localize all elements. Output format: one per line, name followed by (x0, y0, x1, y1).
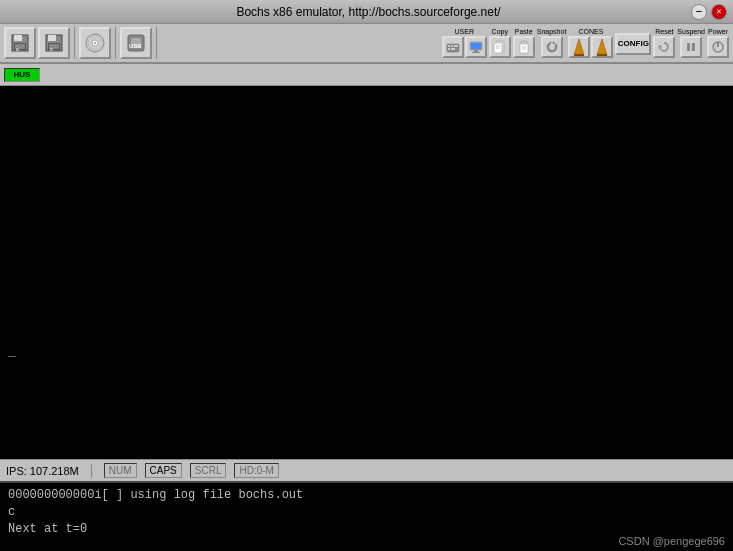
terminal-line1: 000000000000i[ ] using log file bochs.ou… (8, 487, 725, 504)
led-bar: HUS (0, 64, 733, 86)
svg-text:i: i (715, 45, 716, 51)
svg-rect-6 (48, 35, 56, 41)
svg-rect-41 (574, 54, 584, 56)
config-button[interactable]: CONFIG (615, 33, 651, 55)
power-button[interactable]: i (707, 36, 729, 58)
minimize-button[interactable]: — (691, 4, 707, 20)
snapshot-label: Snapshot (537, 28, 567, 35)
copy-button[interactable] (489, 36, 511, 58)
paste-group: Paste (513, 28, 535, 58)
svg-marker-42 (597, 39, 607, 55)
suspend-label: Suspend (677, 28, 705, 35)
titlebar-title: Bochs x86 emulator, http://bochs.sourcef… (46, 5, 691, 19)
csdn-watermark: CSDN @pengege696 (618, 535, 725, 547)
scrl-indicator: SCRL (190, 463, 227, 478)
caps-indicator: CAPS (145, 463, 182, 478)
copy-label: Copy (492, 28, 508, 35)
cones-group: CONES (568, 28, 613, 58)
reset-label: Reset (655, 28, 673, 35)
terminal-output: 000000000000i[ ] using log file bochs.ou… (0, 481, 733, 551)
svg-rect-1 (14, 35, 22, 41)
svg-rect-18 (448, 45, 450, 47)
user-monitor-btn[interactable] (465, 36, 487, 58)
toolbar: A: B: (0, 24, 733, 64)
hd-indicator: HD:0-M (234, 463, 278, 478)
user-icon-btn[interactable] (442, 36, 464, 58)
svg-rect-27 (472, 52, 480, 53)
toolbar-usb-group: USB (120, 27, 157, 59)
svg-text:USB: USB (129, 43, 142, 49)
suspend-button[interactable] (680, 36, 702, 58)
terminal-line2: c (8, 504, 725, 521)
config-group: CONFIG (615, 32, 651, 55)
svg-marker-40 (574, 39, 584, 55)
floppy-a-button[interactable]: A: (4, 27, 36, 59)
svg-rect-32 (520, 43, 528, 53)
svg-rect-25 (471, 43, 481, 49)
display-area[interactable]: _ (0, 86, 733, 459)
svg-point-12 (94, 42, 96, 44)
divider1 (91, 464, 92, 478)
paste-label: Paste (515, 28, 533, 35)
cdrom-button[interactable] (79, 27, 111, 59)
paste-button[interactable] (513, 36, 535, 58)
svg-rect-19 (451, 45, 453, 47)
svg-rect-46 (692, 43, 695, 51)
titlebar: Bochs x86 emulator, http://bochs.sourcef… (0, 0, 733, 24)
svg-rect-26 (474, 50, 478, 52)
close-button[interactable]: ✕ (711, 4, 727, 20)
toolbar-cdrom-group (79, 27, 116, 59)
titlebar-controls: — ✕ (691, 4, 727, 20)
toolbar-disk-group: A: B: (4, 27, 75, 59)
power-group: Power i (707, 28, 729, 58)
svg-rect-23 (456, 45, 458, 47)
svg-rect-20 (454, 45, 456, 47)
snapshot-button[interactable] (541, 36, 563, 58)
svg-text:A:: A: (16, 47, 20, 52)
svg-rect-45 (687, 43, 690, 51)
cones-label: CONES (578, 28, 603, 35)
suspend-group: Suspend (677, 28, 705, 58)
svg-rect-21 (448, 48, 450, 50)
reset-button[interactable] (653, 36, 675, 58)
toolbar-right: USER (442, 28, 729, 58)
power-label: Power (708, 28, 728, 35)
snapshot-group: Snapshot (537, 28, 567, 58)
svg-rect-22 (451, 48, 455, 50)
copy-group: Copy (489, 28, 511, 58)
svg-rect-33 (521, 41, 527, 44)
reset-group: Reset (653, 28, 675, 58)
statusbar: IPS: 107.218M NUM CAPS SCRL HD:0-M (0, 459, 733, 481)
led-indicator: HUS (4, 68, 40, 82)
floppy-b-button[interactable]: B: (38, 27, 70, 59)
svg-text:B:: B: (50, 47, 54, 52)
usb-button[interactable]: USB (120, 27, 152, 59)
num-indicator: NUM (104, 463, 137, 478)
svg-rect-43 (597, 54, 607, 56)
cones-icon1[interactable] (568, 36, 590, 58)
cones-icon2[interactable] (591, 36, 613, 58)
ips-display: IPS: 107.218M (6, 465, 79, 477)
cursor-indicator: _ (8, 344, 16, 359)
svg-marker-44 (658, 45, 662, 47)
user-label: USER (455, 28, 474, 35)
user-group: USER (442, 28, 487, 58)
